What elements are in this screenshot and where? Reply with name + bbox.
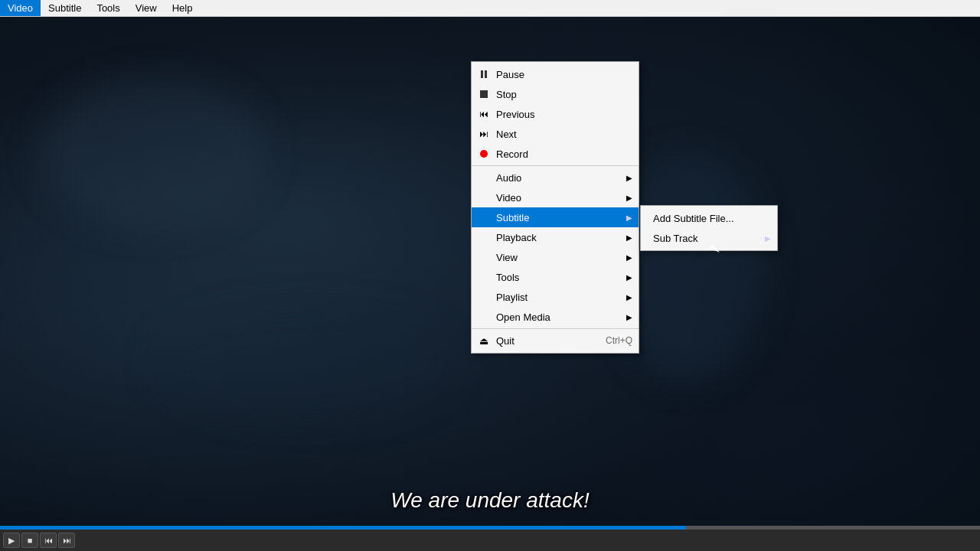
- menu-item-quit-label: Quit: [496, 335, 514, 347]
- menu-item-audio-label: Audio: [496, 172, 521, 184]
- menubar-item-view[interactable]: View: [128, 0, 165, 16]
- menu-item-subtitle-label: Subtitle: [496, 212, 529, 223]
- menu-item-tools-label: Tools: [496, 272, 519, 283]
- menu-item-previous[interactable]: ⏮ Previous: [472, 104, 639, 124]
- menu-item-pause[interactable]: Pause: [472, 64, 639, 84]
- menu-item-pause-label: Pause: [496, 69, 524, 80]
- menubar: Video Subtitle Tools View Help: [0, 0, 980, 17]
- menu-item-quit[interactable]: ⏏ Quit Ctrl+Q: [472, 331, 639, 350]
- menu-item-playlist-label: Playlist: [496, 292, 528, 303]
- menu-item-tools[interactable]: Tools ▶: [472, 267, 639, 287]
- menu-item-playback-label: Playback: [496, 232, 537, 243]
- menu-item-view-label: View: [496, 252, 518, 263]
- menubar-item-tools[interactable]: Tools: [89, 0, 127, 16]
- controls-bar: ▶ ■ ⏮ ⏭: [0, 530, 980, 551]
- submenu-item-sub-track[interactable]: Sub Track ▶: [641, 228, 777, 248]
- submenu-item-add-subtitle[interactable]: Add Subtitle File...: [641, 208, 777, 228]
- menu-item-video-label: Video: [496, 192, 521, 204]
- subtitle-overlay: We are under attack!: [0, 488, 980, 513]
- menu-item-open-media-label: Open Media: [496, 311, 550, 323]
- playback-arrow-icon: ▶: [626, 233, 632, 242]
- play-pause-button[interactable]: ▶: [3, 533, 20, 548]
- quit-icon: ⏏: [478, 335, 490, 347]
- context-menu: Pause Stop ⏮ Previous ⏭ Next Record Audi…: [471, 61, 639, 354]
- menubar-item-help[interactable]: Help: [165, 0, 201, 16]
- tools-arrow-icon: ▶: [626, 273, 632, 282]
- skip-prev-icon: ⏮: [478, 109, 490, 119]
- menu-item-stop-label: Stop: [496, 89, 517, 100]
- menu-item-video[interactable]: Video ▶: [472, 187, 639, 207]
- submenu-sub-track-label: Sub Track: [653, 233, 698, 244]
- menu-item-record-label: Record: [496, 148, 528, 160]
- view-arrow-icon: ▶: [626, 253, 632, 262]
- menu-item-audio[interactable]: Audio ▶: [472, 168, 639, 187]
- stop-button[interactable]: ■: [21, 533, 38, 548]
- menu-item-previous-label: Previous: [496, 109, 535, 120]
- skip-next-icon: ⏭: [478, 129, 490, 139]
- menu-item-view[interactable]: View ▶: [472, 247, 639, 267]
- menu-item-record[interactable]: Record: [472, 144, 639, 164]
- menu-separator-1: [472, 165, 639, 166]
- menubar-item-video[interactable]: Video: [0, 0, 41, 16]
- submenu-add-subtitle-label: Add Subtitle File...: [653, 213, 734, 224]
- record-icon: [478, 150, 490, 158]
- prev-button[interactable]: ⏮: [40, 533, 57, 548]
- menu-item-playback[interactable]: Playback ▶: [472, 227, 639, 247]
- subtitle-arrow-icon: ▶: [626, 214, 632, 222]
- pause-icon: [478, 70, 490, 78]
- video-arrow-icon: ▶: [626, 194, 632, 202]
- next-button[interactable]: ⏭: [58, 533, 75, 548]
- menu-item-next[interactable]: ⏭ Next: [472, 124, 639, 144]
- subtitle-submenu: Add Subtitle File... Sub Track ▶: [640, 205, 778, 251]
- sub-track-arrow-icon: ▶: [765, 234, 771, 243]
- menu-item-subtitle[interactable]: Subtitle ▶ Add Subtitle File... Sub Trac…: [472, 207, 639, 227]
- quit-shortcut: Ctrl+Q: [606, 335, 632, 346]
- menubar-item-subtitle[interactable]: Subtitle: [41, 0, 89, 16]
- open-media-arrow-icon: ▶: [626, 313, 632, 321]
- audio-arrow-icon: ▶: [626, 174, 632, 182]
- menu-item-next-label: Next: [496, 129, 517, 140]
- menu-item-stop[interactable]: Stop: [472, 84, 639, 104]
- playlist-arrow-icon: ▶: [626, 293, 632, 302]
- stop-icon: [478, 90, 490, 98]
- menu-item-playlist[interactable]: Playlist ▶: [472, 287, 639, 307]
- menu-separator-2: [472, 328, 639, 329]
- menu-item-open-media[interactable]: Open Media ▶: [472, 307, 639, 327]
